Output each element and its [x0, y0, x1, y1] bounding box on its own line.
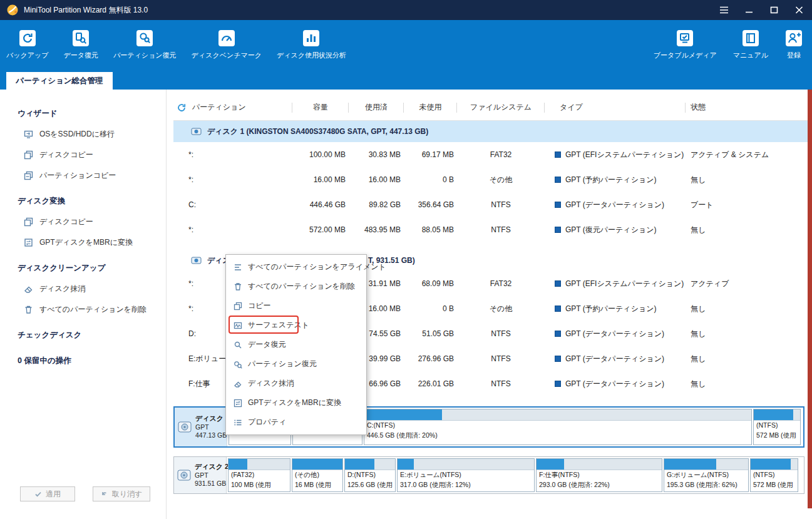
menu-item-wipe-disk[interactable]: ディスク抹消 [226, 374, 366, 393]
partition-recovery-icon [135, 29, 154, 48]
disk-benchmark-icon [217, 29, 236, 48]
diskmap-segment[interactable]: C:(NTFS) 446.5 GB (使用済: 20%) [364, 409, 752, 445]
segment-label: G:ボリューム(NTFS) [664, 470, 748, 480]
menu-item-label: コピー [248, 301, 271, 311]
titlebar: MiniTool Partition Wizard 無料版 13.0 [0, 0, 812, 20]
partition-recovery-button[interactable]: パーティション復元 [113, 29, 177, 60]
segment-label: D:(NTFS) [345, 470, 395, 480]
sidebar-item-partition-copy[interactable]: パーティションコピー [0, 165, 166, 186]
sidebar-item-migrate-os[interactable]: OSをSSD/HDDに移行 [0, 124, 166, 145]
diskmap-segment[interactable]: (NTFS) 572 MB (使用 [753, 409, 801, 445]
diskmap-segment[interactable]: F:仕事(NTFS) 293.0 GB (使用済: 22%) [536, 458, 662, 492]
menu-icon[interactable] [718, 4, 729, 16]
column-header-filesystem[interactable]: ファイルシステム [457, 95, 545, 120]
sidebar-item-wipe-disk[interactable]: ディスク抹消 [0, 279, 166, 299]
diskmap-disk2-info[interactable]: ディスク 2 GPT 931.51 GB [174, 457, 227, 493]
minimize-button[interactable] [743, 4, 754, 16]
partition-recovery-icon [234, 360, 242, 369]
menu-item-copy[interactable]: コピー [226, 296, 366, 316]
tab-partition-management[interactable]: パーティション総合管理 [6, 72, 113, 90]
menu-item-data-recovery[interactable]: データ復元 [226, 335, 366, 354]
red-edge-strip [808, 90, 812, 508]
sidebar-item-label: OSをSSD/HDDに移行 [39, 129, 115, 140]
disk1-row[interactable]: ディスク 1 (KINGSTON SA400S37480G SATA, GPT,… [173, 121, 808, 142]
sidebar-item-delete-all-partitions[interactable]: すべてのパーティションを削除 [0, 299, 166, 320]
sidebar-item-convert-gpt-mbr[interactable]: GPTディスクをMBRに変換 [0, 232, 166, 253]
diskmap-segment[interactable]: G:ボリューム(NTFS) 195.3 GB (使用済: 62%) [664, 458, 749, 492]
partition-row[interactable]: *: 100.00 MB 30.83 MB 69.17 MB FAT32 GPT… [173, 142, 808, 167]
table-header: パーティション 容量 使用済 未使用 ファイルシステム タイプ 状態 [173, 95, 808, 121]
tab-label: パーティション総合管理 [16, 76, 103, 86]
close-button[interactable] [793, 4, 804, 16]
cell-filesystem: FAT32 [457, 150, 545, 159]
cell-capacity: 446.46 GB [292, 200, 349, 209]
segment-label: (その他) [292, 470, 342, 480]
column-header-unused[interactable]: 未使用 [404, 95, 457, 120]
cell-unused: 68.09 MB [404, 279, 457, 288]
column-header-type[interactable]: タイプ [545, 95, 686, 120]
partition-row[interactable]: *: 16.00 MB 16.00 MB 0 B その他 GPT (予約パーティ… [173, 167, 808, 192]
diskmap-segment[interactable]: (FAT32) 100 MB (使用 [228, 458, 290, 492]
cell-used: 30.83 MB [349, 150, 404, 159]
cell-partition: *: [173, 225, 292, 234]
menu-item-align-all-partitions[interactable]: すべてのパーティションをアライメント [226, 257, 366, 277]
segment-label: (NTFS) [751, 470, 798, 480]
segment-size: 572 MB (使用 [754, 431, 800, 441]
data-recovery-button[interactable]: データ復元 [64, 29, 99, 60]
cell-filesystem: その他 [457, 304, 545, 314]
disk-usage-analysis-button[interactable]: ディスク使用状況分析 [277, 29, 346, 60]
column-header-capacity[interactable]: 容量 [292, 95, 349, 120]
sidebar-header-disk-conversion: ディスク変換 [0, 186, 166, 212]
column-header-used[interactable]: 使用済 [349, 95, 404, 120]
segment-label: C:(NTFS) [364, 421, 751, 431]
cell-status: 無し [686, 175, 808, 185]
cell-type: GPT (データパーティション) [565, 379, 664, 389]
diskmap-segment[interactable]: E:ボリューム(NTFS) 317.0 GB (使用済: 12%) [397, 458, 535, 492]
register-button[interactable]: 登録 [784, 29, 803, 60]
cell-status: 無し [686, 379, 808, 389]
cell-unused: 226.01 GB [404, 379, 457, 388]
refresh-icon[interactable] [177, 103, 186, 112]
cell-capacity: 100.00 MB [292, 150, 349, 159]
apply-button[interactable]: 適用 [20, 486, 75, 501]
cell-type: GPT (EFIシステムパーティション) [565, 279, 684, 289]
diskmap-segment[interactable]: (その他) 16 MB (使用 [292, 458, 343, 492]
menu-item-delete-all-partitions[interactable]: すべてのパーティションを削除 [226, 277, 366, 296]
segment-label: E:ボリューム(NTFS) [398, 470, 534, 480]
diskmap-disk1-info[interactable]: ディスク 1 GPT 447.13 GB [175, 408, 227, 446]
partition-type-swatch [555, 202, 561, 208]
diskmap-segment[interactable]: (NTFS) 572 MB (使用 [750, 458, 798, 492]
sidebar-item-label: パーティションコピー [39, 170, 116, 181]
disk-benchmark-button[interactable]: ディスクベンチマーク [192, 29, 262, 60]
cell-unused: 0 B [404, 175, 457, 184]
sidebar-header-check-disk[interactable]: チェックディスク [0, 320, 166, 346]
segment-size: 293.0 GB (使用済: 22%) [537, 480, 662, 490]
menu-item-surface-test[interactable]: サーフェステスト [226, 316, 366, 335]
column-header-partition[interactable]: パーティション [192, 102, 246, 113]
undo-button[interactable]: 取り消す [93, 486, 150, 501]
segment-size: 572 MB (使用 [751, 480, 798, 490]
cell-used: 483.95 MB [349, 225, 404, 234]
maximize-button[interactable] [768, 4, 779, 16]
bootable-media-button[interactable]: ブータブルメディア [654, 29, 717, 60]
column-header-status[interactable]: 状態 [686, 95, 808, 120]
diskmap-segment[interactable]: D:(NTFS) 125.6 GB (使用 [344, 458, 396, 492]
sidebar-item-disk-copy-wizard[interactable]: ディスクコピー [0, 145, 166, 165]
sidebar-item-disk-copy[interactable]: ディスクコピー [0, 212, 166, 232]
menu-item-partition-recovery[interactable]: パーティション復元 [226, 354, 366, 374]
partition-row[interactable]: C: 446.46 GB 89.82 GB 356.64 GB NTFS GPT… [173, 192, 808, 217]
bootable-media-icon [676, 29, 694, 48]
backup-button[interactable]: バックアップ [6, 29, 49, 60]
partition-type-swatch [555, 381, 561, 387]
menu-item-convert-gpt-to-mbr[interactable]: GPTディスクをMBRに変換 [226, 393, 366, 413]
diskmap-disk2[interactable]: ディスク 2 GPT 931.51 GB (FAT32) 100 MB (使用 … [173, 456, 804, 494]
partition-row[interactable]: *: 572.00 MB 483.95 MB 88.05 MB NTFS GPT… [173, 217, 808, 242]
delete-all-partitions-icon [24, 305, 33, 314]
partition-type-swatch [555, 177, 561, 183]
data-recovery-icon [71, 29, 90, 48]
sidebar-header-wizard: ウィザード [0, 98, 166, 124]
manual-button[interactable]: マニュアル [733, 29, 768, 60]
partition-type-swatch [555, 331, 561, 337]
menu-item-properties[interactable]: プロパティ [226, 413, 366, 432]
menu-item-label: プロパティ [248, 417, 286, 428]
